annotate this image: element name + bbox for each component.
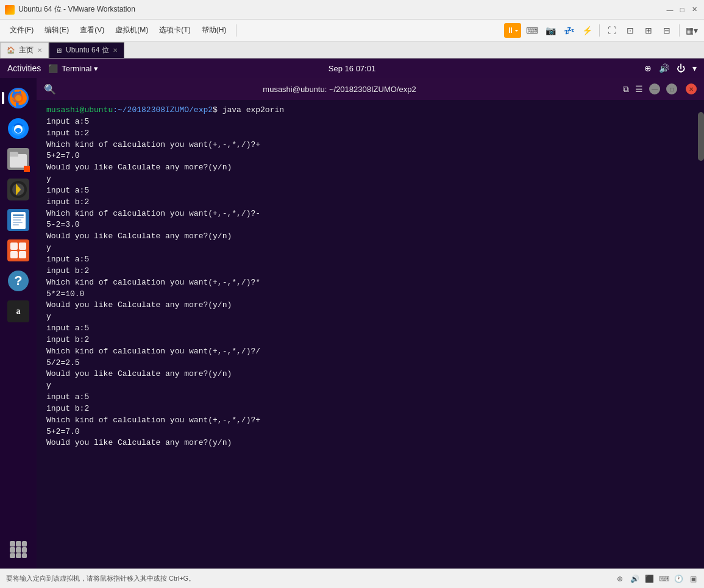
output-line-27: Which kind of calculation you want(+,-,*…	[46, 415, 688, 427]
terminal-scrollbar[interactable]	[698, 100, 704, 569]
terminal-close-button[interactable]: ✕	[686, 83, 697, 94]
titlebar-left: Ubuntu 64 位 - VMware Workstation	[5, 4, 135, 15]
dock-item-help[interactable]: ?	[4, 267, 32, 295]
output-line-13: input a:5	[46, 254, 688, 266]
ubuntu-tab-icon: 🖥	[55, 47, 62, 54]
toolbar-sep2	[599, 24, 600, 37]
statusbar-icons: ⊕ 🔊 ⬛ ⌨ 🕐 ▣	[615, 574, 698, 584]
vmware-icon	[5, 5, 15, 15]
terminal-app-menu[interactable]: ⬛ Terminal ▾	[48, 64, 98, 73]
activities-button[interactable]: Activities	[7, 63, 41, 73]
output-line-9: Which kind of calculation you want(+,-,*…	[46, 208, 688, 220]
vmware-titlebar: Ubuntu 64 位 - VMware Workstation — □ ✕	[0, 0, 704, 19]
files-badge	[24, 166, 30, 172]
topbar-right-icons: ⊕ 🔊 ⏻ ▾	[644, 63, 697, 73]
minimize-button[interactable]: —	[665, 5, 675, 15]
terminal-open-new-icon[interactable]: ⧉	[623, 84, 629, 94]
terminal-menu-icon[interactable]: ☰	[635, 84, 643, 94]
menu-view[interactable]: 查看(V)	[75, 24, 109, 37]
vmware-toolbar: 文件(F) 编辑(E) 查看(V) 虚拟机(M) 选项卡(T) 帮助(H) ⏸▾…	[0, 19, 704, 41]
sound-icon[interactable]: 🔊	[659, 63, 669, 73]
dock-item-files[interactable]	[4, 145, 32, 173]
svg-rect-13	[13, 214, 24, 216]
manage-button[interactable]: ▦▾	[684, 23, 699, 38]
output-line-18: y	[46, 311, 688, 323]
svg-rect-32	[16, 553, 21, 558]
status-keyboard-icon[interactable]: ⌨	[659, 574, 669, 584]
terminal-body: musashi@ubuntu:~/20182308IZUMO/exp2$ jav…	[37, 100, 704, 569]
svg-rect-19	[10, 243, 18, 250]
power-button[interactable]: ⚡	[580, 23, 594, 38]
output-line-11: Would you like Calculate any more?(y/n)	[46, 231, 688, 243]
dock-item-amazon[interactable]: a	[4, 297, 32, 325]
unity-button[interactable]: ⊟	[660, 23, 674, 38]
svg-rect-16	[13, 222, 23, 223]
datetime-display: Sep 16 07:01	[329, 64, 375, 73]
output-line-20: input b:2	[46, 335, 688, 346]
output-line-28: 5+2=7.0	[46, 427, 688, 438]
status-volume-icon[interactable]: 🔊	[630, 574, 639, 584]
dock-item-firefox[interactable]	[4, 84, 32, 112]
svg-rect-18	[7, 239, 29, 261]
output-line-26: input b:2	[46, 403, 688, 415]
menu-edit[interactable]: 编辑(E)	[40, 24, 74, 37]
output-line-4: 5+2=7.0	[46, 151, 688, 162]
menu-file[interactable]: 文件(F)	[5, 24, 38, 37]
close-button[interactable]: ✕	[689, 5, 699, 15]
svg-rect-29	[16, 547, 21, 553]
output-line-29: Would you like Calculate any more?(y/n)	[46, 437, 688, 449]
tab-home[interactable]: 🏠 主页 ✕	[0, 42, 49, 58]
menu-help[interactable]: 帮助(H)	[197, 24, 232, 37]
terminal-scrollbar-thumb[interactable]	[698, 112, 704, 161]
tab-ubuntu-close[interactable]: ✕	[113, 47, 118, 54]
maximize-button[interactable]: □	[677, 5, 687, 15]
dock-item-appstore[interactable]	[4, 236, 32, 264]
prompt-user: musashi@ubuntu	[46, 105, 113, 115]
svg-rect-14	[13, 217, 24, 218]
terminal-output[interactable]: musashi@ubuntu:~/20182308IZUMO/exp2$ jav…	[37, 100, 698, 569]
power-menu-icon[interactable]: ⏻	[677, 63, 685, 73]
terminal-search-icon[interactable]: 🔍	[44, 83, 56, 95]
svg-rect-25	[10, 541, 15, 547]
fullscreen-button[interactable]: ⛶	[605, 23, 619, 38]
vmware-tabbar: 🏠 主页 ✕ 🖥 Ubuntu 64 位 ✕	[0, 41, 704, 58]
dock-item-apps[interactable]	[4, 536, 32, 564]
fit-button[interactable]: ⊡	[623, 23, 638, 38]
svg-rect-30	[22, 547, 27, 553]
suspend-button[interactable]: 💤	[561, 23, 576, 38]
output-line-25: input a:5	[46, 392, 688, 403]
vmware-title: Ubuntu 64 位 - VMware Workstation	[18, 4, 135, 15]
svg-rect-31	[10, 553, 15, 558]
status-network-icon[interactable]: ⊕	[615, 574, 625, 584]
output-line-12: y	[46, 243, 688, 254]
terminal-maximize-button[interactable]: □	[666, 83, 677, 94]
svg-rect-26	[16, 541, 21, 547]
dock-item-rhythmbox[interactable]	[4, 175, 32, 204]
send-keys-button[interactable]: ⌨	[525, 23, 539, 38]
status-clock-icon[interactable]: 🕐	[674, 574, 683, 584]
ubuntu-topbar: Activities ⬛ Terminal ▾ Sep 16 07:01 ⊕ 🔊…	[0, 58, 704, 78]
output-line-14: input b:2	[46, 266, 688, 277]
output-line-24: y	[46, 380, 688, 392]
network-icon[interactable]: ⊕	[644, 63, 652, 73]
dock-item-writer[interactable]	[4, 206, 32, 234]
svg-rect-27	[22, 541, 27, 547]
status-screen-icon[interactable]: ⬛	[644, 574, 654, 584]
terminal-command: java exp2orin	[222, 105, 284, 115]
vmware-menu: 文件(F) 编辑(E) 查看(V) 虚拟机(M) 选项卡(T) 帮助(H)	[5, 24, 231, 37]
status-indicator-icon[interactable]: ▣	[688, 574, 698, 584]
snapshot-button[interactable]: 📷	[543, 23, 558, 38]
tab-ubuntu[interactable]: 🖥 Ubuntu 64 位 ✕	[49, 42, 124, 58]
svg-text:?: ?	[14, 273, 22, 288]
svg-rect-15	[13, 219, 21, 221]
tab-home-close[interactable]: ✕	[37, 47, 42, 54]
topbar-arrow-icon[interactable]: ▾	[692, 63, 697, 73]
menu-vm[interactable]: 虚拟机(M)	[110, 24, 153, 37]
home-tab-icon: 🏠	[7, 46, 15, 54]
output-line-1: input a:5	[46, 116, 688, 128]
stretch-button[interactable]: ⊞	[641, 23, 656, 38]
pause-play-button[interactable]: ⏸▾	[504, 23, 521, 38]
terminal-minimize-button[interactable]: —	[649, 83, 660, 94]
dock-item-thunderbird[interactable]	[4, 115, 32, 143]
menu-tabs[interactable]: 选项卡(T)	[154, 24, 195, 37]
